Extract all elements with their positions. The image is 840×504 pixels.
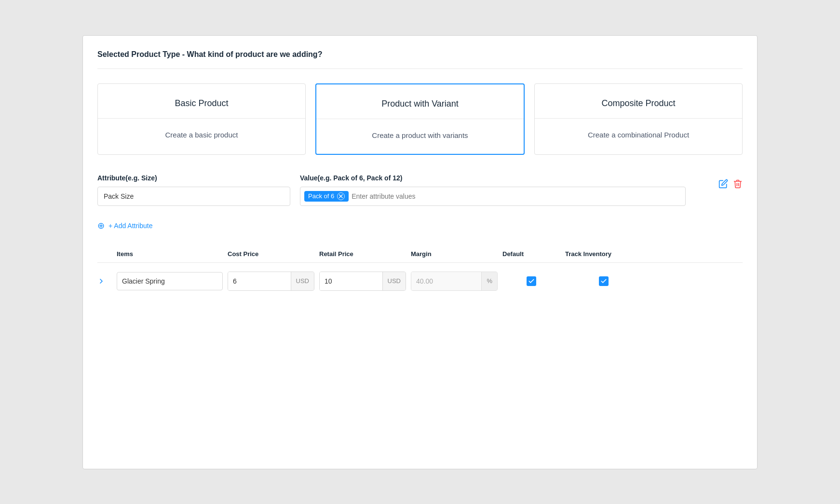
retail-currency-suffix: USD bbox=[382, 272, 406, 290]
default-checkbox-cell[interactable] bbox=[502, 276, 560, 286]
value-label: Value(e.g. Pack of 6, Pack of 12) bbox=[300, 174, 686, 182]
product-card-composite[interactable]: Composite Product Create a combinational… bbox=[534, 83, 743, 155]
variant-product-desc: Create a product with variants bbox=[316, 119, 524, 154]
value-input-wrapper[interactable]: Pack of 6 ✕ bbox=[300, 187, 686, 206]
col-header-margin: Margin bbox=[411, 250, 498, 258]
basic-product-desc: Create a basic product bbox=[98, 119, 305, 153]
item-name-cell[interactable] bbox=[117, 272, 223, 290]
item-name-input[interactable] bbox=[117, 272, 223, 290]
product-card-variant[interactable]: Product with Variant Create a product wi… bbox=[315, 83, 525, 155]
track-inventory-checkbox[interactable] bbox=[599, 276, 609, 286]
col-header-cost: Cost Price bbox=[228, 250, 314, 258]
cost-price-input[interactable] bbox=[228, 272, 291, 290]
value-text-input[interactable] bbox=[352, 192, 681, 200]
margin-cell: % bbox=[411, 272, 498, 291]
col-header-expand bbox=[97, 250, 112, 258]
cost-currency-suffix: USD bbox=[291, 272, 314, 290]
attribute-row: Attribute(e.g. Size) Value(e.g. Pack of … bbox=[97, 174, 743, 206]
col-header-items: Items bbox=[117, 250, 223, 258]
value-tag: Pack of 6 ✕ bbox=[304, 191, 349, 202]
product-card-basic[interactable]: Basic Product Create a basic product bbox=[97, 83, 306, 155]
margin-input bbox=[411, 272, 481, 290]
col-header-track: Track Inventory bbox=[565, 250, 642, 258]
attribute-column: Attribute(e.g. Size) bbox=[97, 174, 290, 206]
add-attribute-plus-icon: ⊕ bbox=[97, 220, 105, 231]
composite-product-desc: Create a combinational Product bbox=[535, 119, 742, 153]
value-column: Value(e.g. Pack of 6, Pack of 12) Pack o… bbox=[300, 174, 686, 206]
expand-row-icon[interactable] bbox=[97, 277, 112, 285]
track-inventory-checkbox-cell[interactable] bbox=[565, 276, 642, 286]
attributes-section: Attribute(e.g. Size) Value(e.g. Pack of … bbox=[97, 174, 743, 206]
attribute-input[interactable] bbox=[97, 187, 290, 206]
margin-suffix: % bbox=[481, 272, 497, 290]
attribute-label: Attribute(e.g. Size) bbox=[97, 174, 290, 182]
composite-product-title: Composite Product bbox=[535, 84, 742, 119]
page-title: Selected Product Type - What kind of pro… bbox=[97, 50, 743, 69]
delete-attribute-icon[interactable] bbox=[733, 179, 743, 191]
table-section: Items Cost Price Retail Price Margin Def… bbox=[97, 245, 743, 295]
basic-product-title: Basic Product bbox=[98, 84, 305, 119]
table-row: USD USD % bbox=[97, 268, 743, 295]
attribute-actions bbox=[695, 174, 743, 191]
variant-product-title: Product with Variant bbox=[316, 84, 524, 119]
retail-price-input[interactable] bbox=[320, 272, 382, 290]
default-checkbox[interactable] bbox=[527, 276, 536, 286]
table-header: Items Cost Price Retail Price Margin Def… bbox=[97, 245, 743, 263]
add-attribute-label: + Add Attribute bbox=[108, 222, 152, 230]
col-header-default: Default bbox=[502, 250, 560, 258]
product-type-cards: Basic Product Create a basic product Pro… bbox=[97, 83, 743, 155]
add-attribute-button[interactable]: ⊕ + Add Attribute bbox=[97, 220, 152, 231]
tag-text: Pack of 6 bbox=[308, 192, 334, 200]
edit-attribute-icon[interactable] bbox=[718, 179, 728, 191]
col-header-retail: Retail Price bbox=[319, 250, 406, 258]
tag-close-icon[interactable]: ✕ bbox=[337, 192, 345, 200]
main-container: Selected Product Type - What kind of pro… bbox=[82, 35, 758, 469]
cost-price-cell[interactable]: USD bbox=[228, 272, 314, 291]
retail-price-cell[interactable]: USD bbox=[319, 272, 406, 291]
